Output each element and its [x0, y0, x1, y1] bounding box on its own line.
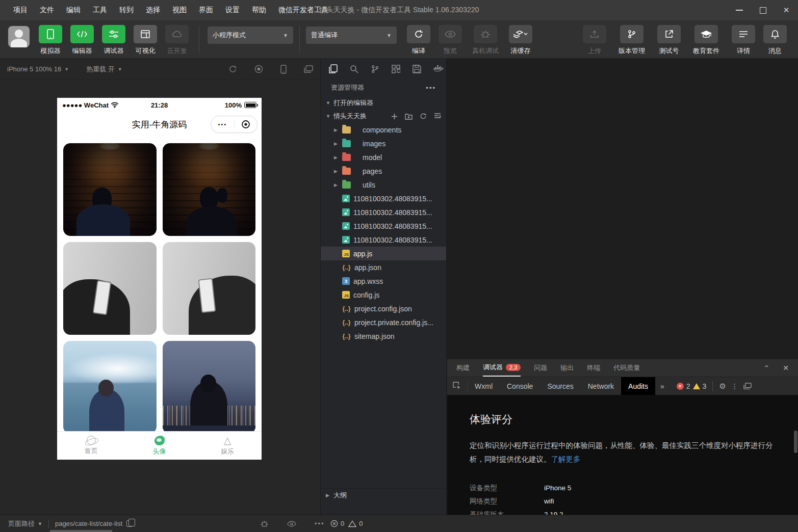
tab-code-quality[interactable]: 代码质量: [613, 359, 640, 377]
tab-terminal[interactable]: 终端: [587, 359, 600, 377]
edu-suite-button[interactable]: 教育套件: [685, 25, 728, 56]
menu-select[interactable]: 选择: [141, 4, 165, 17]
avatar-photo-mirror-selfie-boy[interactable]: [63, 242, 157, 335]
inspect-element-icon[interactable]: [447, 381, 468, 392]
docker-icon[interactable]: [433, 65, 444, 73]
tree-file-image[interactable]: 1108100302.48083915...: [321, 192, 446, 205]
menu-settings[interactable]: 设置: [220, 4, 245, 17]
devtools-tab-wxml[interactable]: Wxml: [468, 377, 500, 395]
tree-file-image[interactable]: 1108100302.48083915...: [321, 205, 446, 219]
compile-button[interactable]: 编译: [403, 25, 434, 56]
restart-icon[interactable]: [228, 65, 237, 73]
messages-button[interactable]: 消息: [759, 25, 791, 56]
save-icon[interactable]: [413, 65, 421, 73]
version-control-button[interactable]: 版本管理: [610, 25, 653, 56]
menu-edit[interactable]: 编辑: [61, 4, 86, 17]
debug-icon[interactable]: [260, 520, 269, 528]
tab-output[interactable]: 输出: [560, 359, 574, 377]
tree-folder-pages[interactable]: ▶ pages: [321, 164, 446, 178]
devtools-tab-audits[interactable]: Audits: [621, 377, 655, 395]
collapse-all-icon[interactable]: [434, 113, 441, 119]
menu-tools[interactable]: 工具: [88, 4, 112, 17]
project-section[interactable]: ▼ 情头天天换: [321, 110, 446, 123]
ellipsis-icon[interactable]: •••: [315, 520, 325, 527]
tab-home[interactable]: 首页: [57, 432, 125, 460]
tree-file-image[interactable]: 1108100302.48083915...: [321, 219, 446, 233]
avatar-photo-sea-girl[interactable]: [63, 341, 157, 434]
collapse-panel-icon[interactable]: ⌃: [764, 364, 770, 372]
open-editors-section[interactable]: ▼ 打开的编辑器: [321, 96, 446, 110]
scrollbar-thumb[interactable]: [794, 431, 797, 453]
tab-problems[interactable]: 问题: [534, 359, 547, 377]
maximize-button[interactable]: [751, 0, 775, 20]
tree-file-project-private-config[interactable]: {..} project.private.config.js...: [321, 315, 446, 329]
new-folder-icon[interactable]: [405, 113, 413, 120]
menu-view[interactable]: 视图: [167, 4, 192, 17]
tree-folder-model[interactable]: ▶ model: [321, 150, 446, 164]
tree-file-image[interactable]: 1108100302.48083915...: [321, 233, 446, 247]
tree-folder-images[interactable]: ▶ images: [321, 137, 446, 150]
warning-count-icon[interactable]: [693, 383, 700, 389]
visualization-button[interactable]: 可视化: [130, 25, 161, 56]
tree-file-app-json[interactable]: {..} app.json: [321, 260, 446, 274]
tree-file-config-js[interactable]: JS config.js: [321, 288, 446, 302]
menu-project[interactable]: 项目: [8, 4, 33, 17]
hot-reload-toggle[interactable]: 热重载 开 ▼: [86, 65, 122, 74]
page-path-select[interactable]: 页面路径 ▼: [8, 519, 42, 528]
error-count-icon[interactable]: ✕: [677, 383, 684, 390]
learn-more-link[interactable]: 了解更多: [551, 455, 581, 463]
tab-build[interactable]: 构建: [456, 359, 470, 377]
extensions-icon[interactable]: [392, 65, 400, 73]
devtools-tab-console[interactable]: Console: [500, 377, 540, 395]
simulator-button[interactable]: 模拟器: [35, 25, 66, 56]
device-select[interactable]: iPhone 5 100% 16 ▼: [7, 65, 69, 73]
tree-file-sitemap[interactable]: {..} sitemap.json: [321, 329, 446, 343]
user-avatar[interactable]: [8, 26, 30, 47]
tab-entertainment[interactable]: △ 娱乐: [193, 432, 262, 460]
close-button[interactable]: ✕: [775, 0, 798, 20]
tree-file-app-wxss[interactable]: 3 app.wxss: [321, 274, 446, 288]
avatar-photo-brick-wall-girl[interactable]: [163, 143, 256, 236]
compile-mode-select[interactable]: 普通编译 ▼: [306, 26, 397, 44]
avatar-photo-mirror-selfie-girl[interactable]: [163, 242, 256, 335]
devtools-tab-network[interactable]: Network: [581, 377, 621, 395]
stop-icon[interactable]: [254, 65, 263, 73]
more-tabs-icon[interactable]: »: [655, 382, 670, 390]
tab-avatar[interactable]: 头像: [125, 432, 194, 460]
problems-summary[interactable]: 0 0: [330, 520, 363, 527]
details-button[interactable]: 详情: [728, 25, 759, 56]
avatar-photo-city-night-boy[interactable]: [163, 341, 256, 434]
tree-file-project-config[interactable]: {..} project.config.json: [321, 302, 446, 315]
menu-help[interactable]: 帮助: [247, 4, 271, 17]
search-icon[interactable]: [350, 65, 358, 73]
undock-icon[interactable]: [743, 383, 752, 390]
watch-icon[interactable]: [287, 521, 296, 527]
more-menu-button[interactable]: •••: [211, 121, 234, 127]
tree-file-app-js[interactable]: JS app.js: [321, 247, 446, 260]
device-frame-icon[interactable]: [280, 65, 287, 74]
exit-miniprogram-button[interactable]: [235, 120, 258, 129]
menu-interface[interactable]: 界面: [194, 4, 218, 17]
devtools-settings-icon[interactable]: ⚙: [719, 382, 726, 391]
horizontal-scrollbar-thumb[interactable]: [50, 530, 112, 532]
avatar-photo-brick-wall-boy[interactable]: [63, 143, 157, 236]
devtools-tab-sources[interactable]: Sources: [540, 377, 580, 395]
copy-icon[interactable]: [126, 520, 132, 527]
source-control-icon[interactable]: [371, 65, 379, 73]
debugger-button[interactable]: 调试器: [98, 25, 130, 56]
outline-section[interactable]: ▶ 大纲: [321, 488, 446, 501]
menu-goto[interactable]: 转到: [114, 4, 139, 17]
kebab-menu-icon[interactable]: ⋮: [731, 382, 738, 390]
tree-folder-utils[interactable]: ▶ utils: [321, 178, 446, 192]
mode-select[interactable]: 小程序模式 ▼: [208, 26, 293, 44]
new-file-icon[interactable]: [391, 113, 398, 120]
more-actions-icon[interactable]: •••: [426, 84, 436, 92]
clear-cache-button[interactable]: 清缓存: [505, 25, 536, 56]
menu-file[interactable]: 文件: [35, 4, 59, 17]
editor-button[interactable]: 编辑器: [66, 25, 98, 56]
multi-window-icon[interactable]: [304, 65, 313, 73]
test-account-button[interactable]: 测试号: [653, 25, 685, 56]
files-icon[interactable]: [329, 64, 338, 74]
close-panel-icon[interactable]: ✕: [783, 364, 789, 372]
tree-folder-components[interactable]: ▶ components: [321, 123, 446, 137]
